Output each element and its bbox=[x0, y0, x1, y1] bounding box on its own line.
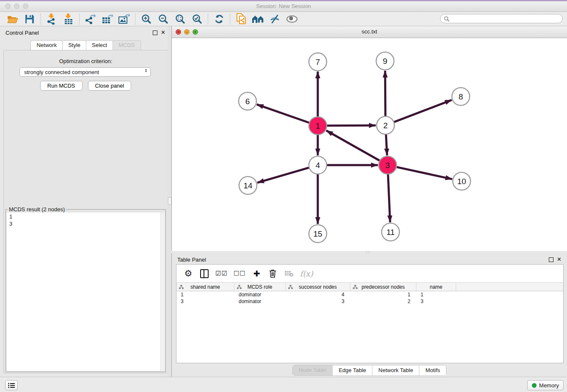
table-toolbar: ⚙ ☑☑ ☐☐ ✚ f(x) bbox=[176, 265, 563, 282]
close-panel-icon[interactable]: ✕ bbox=[557, 256, 561, 262]
first-neighbors-icon[interactable] bbox=[250, 13, 267, 25]
network-from-selection-icon[interactable] bbox=[233, 13, 250, 25]
table-cell[interactable]: 3 bbox=[176, 298, 234, 304]
select-all-icon[interactable]: ☑☑ bbox=[215, 268, 228, 279]
graph-node-15[interactable]: 15 bbox=[309, 225, 327, 243]
close-panel-icon[interactable]: ✕ bbox=[161, 29, 165, 36]
deselect-all-icon[interactable]: ☐☐ bbox=[234, 268, 246, 279]
graph-node-3[interactable]: 3 bbox=[379, 156, 396, 174]
gear-icon[interactable]: ⚙ bbox=[183, 268, 193, 279]
table-cell[interactable]: 3 bbox=[416, 298, 456, 304]
table-cell[interactable]: 3 bbox=[286, 298, 350, 304]
refresh-layout-icon[interactable] bbox=[211, 13, 228, 25]
node-label: 7 bbox=[316, 58, 320, 66]
memory-button[interactable]: Memory bbox=[527, 380, 564, 390]
titlebar: Session: New Session bbox=[0, 1, 567, 12]
graph-node-7[interactable]: 7 bbox=[309, 53, 327, 71]
graph-node-6[interactable]: 6 bbox=[239, 92, 256, 110]
tab-network[interactable]: Network bbox=[30, 40, 63, 50]
zoom-out-icon[interactable] bbox=[155, 13, 172, 25]
graph-node-1[interactable]: 1 bbox=[309, 117, 327, 135]
node-label: 3 bbox=[385, 161, 390, 170]
search-icon bbox=[444, 16, 449, 22]
zoom-selected-icon[interactable] bbox=[189, 13, 206, 25]
add-column-icon[interactable]: ✚ bbox=[252, 268, 262, 279]
tab-network-table[interactable]: Network Table bbox=[372, 365, 419, 375]
float-panel-icon[interactable] bbox=[153, 30, 157, 35]
show-all-icon[interactable] bbox=[284, 13, 300, 25]
table-cell[interactable]: dominator bbox=[234, 298, 286, 304]
hide-selected-icon[interactable] bbox=[267, 13, 284, 25]
open-session-icon[interactable] bbox=[4, 13, 21, 25]
graph-node-14[interactable]: 14 bbox=[239, 177, 257, 194]
node-label: 8 bbox=[459, 92, 463, 101]
graph-node-4[interactable]: 4 bbox=[309, 156, 327, 174]
table-cell[interactable]: 4 bbox=[286, 292, 350, 298]
table-cell[interactable]: dominator bbox=[234, 292, 286, 298]
zoom-fit-icon[interactable] bbox=[172, 13, 189, 25]
export-network-icon[interactable] bbox=[82, 13, 99, 25]
network-window-titlebar: ✕ − + scc.txt bbox=[172, 26, 567, 38]
graph-node-9[interactable]: 9 bbox=[376, 52, 394, 70]
tab-style[interactable]: Style bbox=[62, 40, 86, 50]
tab-node-table[interactable]: Node Table bbox=[293, 365, 333, 375]
export-image-icon[interactable] bbox=[116, 13, 133, 25]
edge-3-10[interactable] bbox=[396, 167, 452, 179]
edge-2-8[interactable] bbox=[394, 100, 452, 122]
graph-node-2[interactable]: 2 bbox=[377, 116, 394, 134]
graph-node-11[interactable]: 11 bbox=[382, 223, 399, 241]
result-scrollbar[interactable] bbox=[160, 213, 165, 371]
search-input[interactable] bbox=[440, 14, 563, 23]
zoom-in-icon[interactable] bbox=[138, 13, 155, 25]
tab-edge-table[interactable]: Edge Table bbox=[332, 365, 372, 375]
table-panel-title: Table Panel bbox=[177, 257, 206, 263]
column-header-MCDS-role[interactable]: MCDS role bbox=[234, 283, 286, 291]
edge-4-14[interactable] bbox=[257, 168, 309, 182]
table-cell[interactable]: 1 bbox=[350, 292, 416, 298]
graph-node-8[interactable]: 8 bbox=[452, 88, 470, 105]
network-graph-canvas[interactable]: 7968124314101511 bbox=[172, 38, 567, 251]
table-row[interactable]: 3dominator323 bbox=[176, 298, 563, 305]
splitter-grip[interactable] bbox=[168, 197, 171, 205]
network-graph: 7968124314101511 bbox=[172, 38, 567, 251]
table-rows: 1dominator4113dominator323 bbox=[176, 291, 563, 305]
export-table-icon[interactable] bbox=[99, 13, 116, 25]
column-header-shared-name[interactable]: shared name bbox=[176, 283, 234, 291]
tab-motifs[interactable]: Motifs bbox=[419, 365, 446, 375]
control-panel-title: Control Panel bbox=[6, 30, 39, 36]
delete-table-icon bbox=[284, 268, 294, 279]
close-panel-button[interactable]: Close panel bbox=[88, 81, 132, 91]
table-row[interactable]: 1dominator411 bbox=[176, 291, 563, 298]
column-header-predecessor-nodes[interactable]: predecessor nodes bbox=[350, 283, 416, 291]
column-header-successor-nodes[interactable]: successor nodes bbox=[286, 283, 350, 291]
edge-1-6[interactable] bbox=[257, 105, 309, 123]
vertical-splitter[interactable] bbox=[168, 26, 171, 377]
task-history-button[interactable] bbox=[5, 380, 18, 390]
toolbar-separator bbox=[135, 14, 136, 25]
edge-2-3[interactable] bbox=[386, 135, 387, 155]
import-table-icon[interactable] bbox=[60, 13, 77, 25]
node-label: 4 bbox=[316, 161, 320, 170]
toolbar-separator bbox=[40, 14, 41, 25]
run-mcds-button[interactable]: Run MCDS bbox=[40, 81, 83, 91]
columns-icon[interactable] bbox=[199, 268, 209, 279]
graph-node-10[interactable]: 10 bbox=[453, 172, 471, 190]
save-session-icon[interactable] bbox=[21, 13, 38, 25]
edge-1-2[interactable] bbox=[327, 125, 376, 126]
tab-select[interactable]: Select bbox=[86, 40, 113, 50]
select-chevrons-icon: ▲▼ bbox=[145, 69, 147, 73]
edge-2-9[interactable] bbox=[385, 71, 385, 116]
edge-3-1[interactable] bbox=[326, 130, 380, 160]
import-network-icon[interactable] bbox=[43, 13, 60, 25]
edge-3-11[interactable] bbox=[388, 174, 390, 222]
table-cell[interactable]: 1 bbox=[416, 292, 456, 298]
optimization-criterion-select[interactable]: strongly connected component ▲▼ bbox=[19, 67, 151, 77]
mcds-result-textarea[interactable]: 1 3 bbox=[7, 213, 165, 371]
list-icon bbox=[8, 383, 15, 388]
float-panel-icon[interactable] bbox=[549, 257, 553, 262]
tab-mcds[interactable]: MCDS bbox=[113, 40, 140, 50]
column-header-name[interactable]: name bbox=[416, 283, 456, 291]
table-cell[interactable]: 1 bbox=[176, 292, 234, 298]
table-cell[interactable]: 2 bbox=[350, 298, 416, 304]
delete-icon[interactable] bbox=[268, 268, 278, 279]
